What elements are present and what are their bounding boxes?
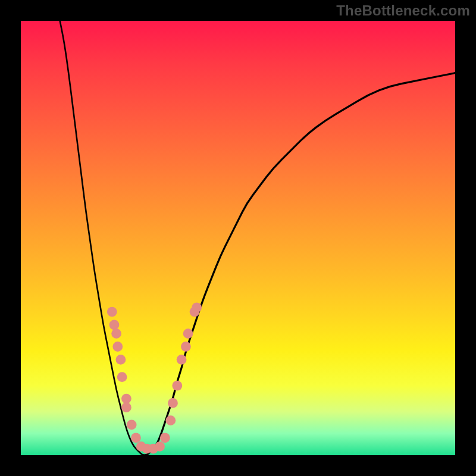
highlight-dot bbox=[112, 342, 123, 352]
highlight-dot bbox=[111, 328, 121, 339]
watermark-text: TheBottleneck.com bbox=[336, 2, 470, 19]
plot-area bbox=[21, 21, 455, 455]
highlight-dot bbox=[183, 328, 193, 339]
bottleneck-curve-left bbox=[60, 21, 147, 455]
bottleneck-curve-right bbox=[142, 73, 455, 455]
highlight-dot bbox=[181, 342, 191, 352]
highlight-dots bbox=[107, 302, 202, 453]
highlight-dot bbox=[116, 355, 126, 365]
highlight-dot bbox=[177, 355, 187, 365]
highlight-dot bbox=[131, 433, 141, 443]
highlight-dot bbox=[192, 302, 202, 312]
highlight-dot bbox=[168, 398, 178, 408]
highlight-dot bbox=[121, 394, 131, 404]
highlight-dot bbox=[127, 420, 137, 430]
highlight-dot bbox=[155, 441, 165, 452]
highlight-dot bbox=[172, 381, 182, 391]
highlight-dot bbox=[107, 307, 117, 317]
highlight-dot bbox=[117, 372, 127, 382]
highlight-dot bbox=[165, 415, 176, 425]
highlight-dot bbox=[160, 433, 170, 443]
highlight-dot bbox=[121, 402, 131, 412]
highlight-dot bbox=[109, 320, 120, 330]
chart-stage: TheBottleneck.com bbox=[0, 0, 476, 476]
curve-layer bbox=[21, 21, 455, 455]
